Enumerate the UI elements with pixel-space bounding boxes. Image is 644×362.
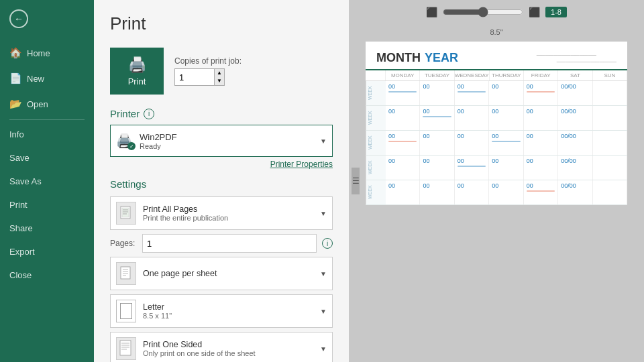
- cal-cell: 00: [420, 156, 454, 180]
- copies-spinners: ▲ ▼: [215, 68, 225, 86]
- sidebar-item-home[interactable]: 🏠 Home: [0, 40, 94, 66]
- home-icon: 🏠: [9, 47, 21, 59]
- sidebar-item-saveas[interactable]: Save As: [0, 170, 94, 193]
- sidebar-item-info[interactable]: Info: [0, 123, 94, 146]
- printer-dropdown[interactable]: 🖨️ ✓ Win2PDF Ready ▼: [110, 125, 333, 157]
- day-tuesday: TUESDAY: [420, 70, 454, 80]
- svg-rect-10: [120, 341, 131, 355]
- day-sunday: SUN: [593, 70, 627, 80]
- day-wednesday: WEDNESDAY: [455, 70, 490, 80]
- sidebar-item-new-label: New: [27, 74, 44, 84]
- cal-cell: 00: [386, 131, 420, 155]
- cal-cell: [593, 106, 627, 130]
- printer-name: Win2PDF: [140, 132, 320, 142]
- sidebar-item-save[interactable]: Save: [0, 146, 94, 170]
- one-page-content: One page per sheet: [143, 269, 320, 278]
- cal-cell: 00: [420, 106, 454, 130]
- cal-cell: 00: [455, 156, 489, 180]
- settings-title: Settings: [110, 178, 333, 190]
- one-page-row[interactable]: One page per sheet ▼: [110, 257, 333, 290]
- copies-input[interactable]: [174, 68, 215, 86]
- printer-status: Ready: [140, 142, 320, 150]
- pages-input[interactable]: [142, 234, 317, 253]
- sidebar-item-saveas-label: Save As: [9, 176, 42, 186]
- calendar-meta: ────────────── ──────────────: [537, 52, 616, 65]
- copies-increment[interactable]: ▲: [215, 69, 224, 77]
- info-i: i: [148, 110, 150, 117]
- sidebar-item-save-label: Save: [9, 153, 30, 163]
- printer-dropdown-arrow: ▼: [320, 137, 327, 145]
- printer-info-icon[interactable]: i: [144, 109, 154, 119]
- pages-row: Pages: i: [110, 234, 333, 253]
- printer-section-title: Printer i: [110, 108, 333, 119]
- dimension-label: 8.5": [490, 28, 502, 36]
- cal-cell: 00/00: [558, 81, 592, 105]
- cal-week-2: WEEK 00 00 00 00 00 00/00: [366, 106, 627, 131]
- print-pages-content: Print All Pages Print the entire publica…: [143, 204, 320, 222]
- pages-info-icon[interactable]: i: [322, 238, 333, 249]
- sidebar-item-open[interactable]: 📂 Open: [0, 91, 94, 117]
- print-all-pages-label: Print All Pages: [143, 204, 320, 214]
- cal-cell: 00: [420, 81, 454, 105]
- sidebar-item-new[interactable]: 📄 New: [0, 66, 94, 91]
- copies-label: Copies of print job:: [174, 56, 241, 66]
- page-title: Print: [110, 13, 333, 34]
- cal-cell: [593, 131, 627, 155]
- one-page-label: One page per sheet: [143, 269, 320, 278]
- sidebar-item-export[interactable]: Export: [0, 240, 94, 263]
- cal-week-3: WEEK 00 00 00 00 00 00/00: [366, 131, 627, 156]
- one-sided-sub: Only print on one side of the sheet: [143, 349, 320, 357]
- cal-week-4: WEEK 00 00 00 00 00 00/00: [366, 156, 627, 180]
- cal-cell: 00: [489, 180, 523, 204]
- paper-sub: 8.5 x 11": [143, 312, 320, 320]
- cal-cell: 00: [386, 156, 420, 180]
- next-page-icon[interactable]: ⬛: [529, 7, 540, 17]
- print-button[interactable]: 🖨️ Print: [110, 48, 164, 95]
- one-sided-row[interactable]: Print One Sided Only print on one side o…: [110, 332, 333, 362]
- sidebar-item-share[interactable]: Share: [0, 217, 94, 240]
- print-btn-area: 🖨️ Print Copies of print job: ▲ ▼: [110, 48, 333, 95]
- main-area: Print 🖨️ Print Copies of print job: ▲ ▼: [94, 0, 644, 362]
- paper-dropdown-arrow: ▼: [320, 308, 327, 315]
- back-button[interactable]: ←: [5, 5, 32, 32]
- zoom-slider[interactable]: [443, 7, 523, 17]
- printer-icon-wrap: 🖨️ ✓: [116, 133, 133, 149]
- week-label-4: WEEK: [366, 156, 386, 180]
- pages-label: Pages:: [110, 239, 137, 248]
- sidebar-divider-1: [9, 119, 85, 120]
- calendar-year: YEAR: [425, 51, 458, 65]
- cal-cell: 00/00: [558, 180, 592, 204]
- print-pages-dropdown-arrow: ▼: [320, 210, 327, 217]
- copies-decrement[interactable]: ▼: [215, 77, 224, 85]
- prev-page-icon[interactable]: ⬛: [426, 7, 437, 17]
- cal-cell: [593, 180, 627, 204]
- week-spacer: [366, 70, 386, 80]
- cal-week-1: WEEK 00 00 00 00 00 00/00: [366, 81, 627, 106]
- cal-cell: 00: [524, 81, 558, 105]
- sidebar-item-open-label: Open: [27, 99, 48, 109]
- cal-cell: 00: [386, 81, 420, 105]
- cal-cell: 00: [524, 180, 558, 204]
- cal-cell: [593, 81, 627, 105]
- paper-row[interactable]: Letter 8.5 x 11" ▼: [110, 294, 333, 328]
- left-scroll-handle[interactable]: ☰: [352, 168, 360, 194]
- day-friday: FRIDAY: [524, 70, 558, 80]
- calendar-preview: MONTH YEAR ────────────── ──────────────…: [366, 42, 627, 205]
- cal-cell: 00: [489, 156, 523, 180]
- sidebar-item-close-label: Close: [9, 270, 32, 280]
- paper-label: Letter: [143, 302, 320, 312]
- preview-toolbar: ⬛ ⬛ 1-8: [349, 7, 644, 17]
- print-all-pages-row[interactable]: Print All Pages Print the entire publica…: [110, 196, 333, 230]
- pages-info-i: i: [327, 240, 328, 247]
- sidebar-item-print[interactable]: Print: [0, 193, 94, 217]
- cal-cell: 00: [420, 180, 454, 204]
- printer-properties-link[interactable]: Printer Properties: [110, 160, 333, 169]
- cal-cell: 00/00: [558, 156, 592, 180]
- sidebar-item-close[interactable]: Close: [0, 263, 94, 287]
- back-arrow-icon: ←: [9, 9, 28, 28]
- cal-cell: 00: [420, 131, 454, 155]
- paper-content: Letter 8.5 x 11": [143, 302, 320, 320]
- cal-cell: [593, 156, 627, 180]
- svg-rect-1: [122, 208, 129, 217]
- printer-info: Win2PDF Ready: [140, 132, 320, 150]
